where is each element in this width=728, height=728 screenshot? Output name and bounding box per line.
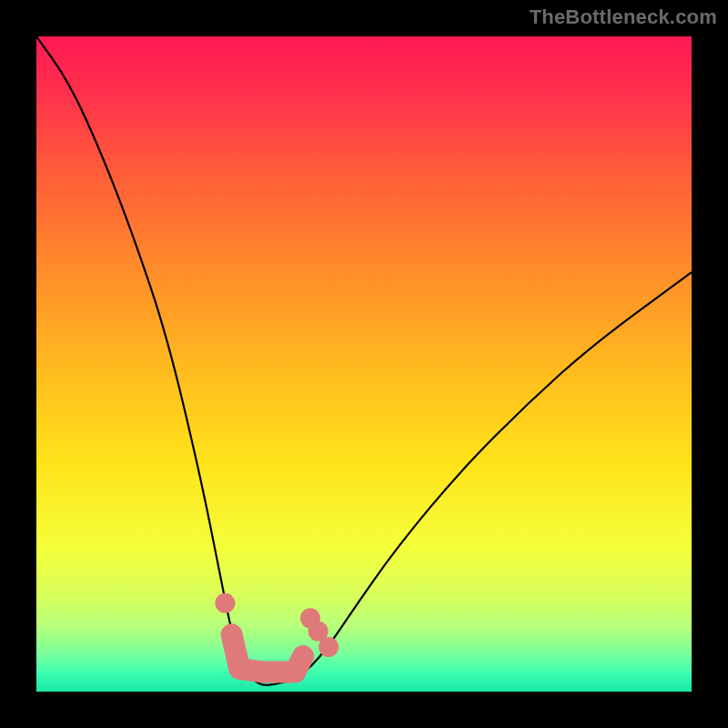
bottleneck-curve [36, 36, 692, 685]
chart-frame: TheBottleneck.com [0, 0, 728, 728]
watermark-text: TheBottleneck.com [530, 5, 717, 29]
curve-layer [36, 36, 692, 692]
marker-dot [215, 593, 235, 613]
plot-area [36, 36, 692, 692]
u-marker [232, 634, 303, 672]
marker-dot [318, 637, 339, 657]
